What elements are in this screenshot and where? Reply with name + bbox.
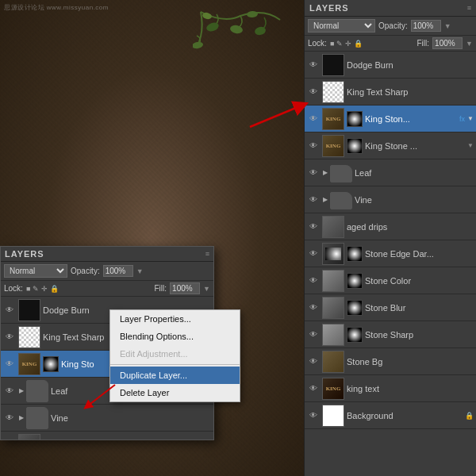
layer-aged-drips[interactable]: 👁 aged drips bbox=[305, 213, 476, 240]
eye-vine[interactable]: 👁 bbox=[307, 194, 320, 206]
thumb-king-stone-active: KING bbox=[322, 108, 344, 130]
eye-stone-bg[interactable]: 👁 bbox=[307, 355, 320, 368]
popup-blend-select[interactable]: Normal bbox=[4, 264, 67, 278]
arrow-vine[interactable]: ▶ bbox=[323, 196, 328, 203]
name-king-stone-2: King Stone ... bbox=[365, 141, 465, 151]
popup-fill-expand: ▼ bbox=[203, 285, 210, 293]
panel-menu-icon[interactable]: ≡ bbox=[467, 4, 471, 12]
layer2-expand-icon[interactable]: ▼ bbox=[467, 142, 474, 149]
thumb-stone-blur-main bbox=[322, 297, 344, 319]
context-duplicate-layer[interactable]: Duplicate Layer... bbox=[110, 367, 240, 384]
popup-eye-kingstone[interactable]: 👁 bbox=[3, 358, 16, 370]
lock-icon-transparency[interactable]: ■ bbox=[330, 40, 334, 48]
opacity-label: Opacity: bbox=[378, 21, 408, 30]
layer-stone-edge[interactable]: 👁 Stone Edge Dar... bbox=[305, 240, 476, 267]
eye-king-text-sharp[interactable]: 👁 bbox=[307, 86, 320, 98]
eye-stone-blur[interactable]: 👁 bbox=[307, 301, 320, 314]
layer-king-stone-2[interactable]: 👁 KING King Stone ... ▼ bbox=[305, 132, 476, 159]
layer-stone-sharp[interactable]: 👁 Stone Sharp bbox=[305, 321, 476, 348]
name-leaf: Leaf bbox=[355, 168, 474, 178]
popup-arrow-vine[interactable]: ▶ bbox=[19, 414, 24, 421]
layer-king-stone-active[interactable]: 👁 KING King Ston... fx ▼ bbox=[305, 106, 476, 132]
popup-title: LAYERS bbox=[5, 249, 44, 259]
layer-stone-bg[interactable]: 👁 Stone Bg bbox=[305, 348, 476, 375]
popup-thumb-dodge bbox=[18, 299, 40, 321]
popup-lock-icon-1[interactable]: ■ bbox=[26, 285, 30, 293]
eye-aged-drips[interactable]: 👁 bbox=[307, 221, 320, 233]
popup-eye-aged[interactable]: 👁 bbox=[3, 439, 16, 440]
popup-lock-icon-2[interactable]: ✎ bbox=[33, 285, 39, 293]
popup-arrow-leaf[interactable]: ▶ bbox=[19, 387, 24, 394]
layer-vine-folder[interactable]: 👁 ▶ Vine bbox=[305, 186, 476, 213]
layer-background[interactable]: 👁 Background 🔒 bbox=[305, 402, 476, 429]
popup-expand-icon: ▼ bbox=[136, 267, 144, 275]
thumb-stone-color-main bbox=[322, 270, 344, 292]
context-layer-properties[interactable]: Layer Properties... bbox=[110, 310, 240, 328]
popup-lock-icon-4[interactable]: 🔒 bbox=[50, 285, 59, 293]
thumb-vine bbox=[330, 192, 352, 209]
eye-leaf[interactable]: 👁 bbox=[307, 167, 320, 179]
layers-list: 👁 Dodge Burn 👁 King Text Sharp 👁 KING Ki… bbox=[305, 52, 476, 476]
eye-dodge-burn[interactable]: 👁 bbox=[307, 59, 320, 71]
popup-panel-header: LAYERS ≡ bbox=[1, 247, 213, 262]
name-aged-drips: aged drips bbox=[347, 222, 474, 232]
popup-mask-kingstone bbox=[43, 356, 59, 372]
eye-background[interactable]: 👁 bbox=[307, 409, 320, 422]
blend-mode-select[interactable]: Normal bbox=[308, 19, 375, 33]
lock-icon-brush[interactable]: ✎ bbox=[336, 40, 343, 48]
name-vine: Vine bbox=[355, 195, 474, 205]
fill-expand-icon: ▼ bbox=[466, 40, 473, 48]
background-lock-icon: 🔒 bbox=[465, 412, 474, 420]
popup-layer-aged[interactable]: 👁 aged drips bbox=[1, 432, 213, 440]
arrow-leaf[interactable]: ▶ bbox=[323, 169, 328, 176]
eye-stone-edge[interactable]: 👁 bbox=[307, 248, 320, 260]
popup-eye-vine[interactable]: 👁 bbox=[3, 412, 16, 424]
opacity-input[interactable] bbox=[411, 20, 441, 32]
eye-king-text[interactable]: 👁 bbox=[307, 382, 320, 395]
mask-stone-sharp bbox=[347, 327, 363, 343]
mask-king-stone-2 bbox=[347, 138, 363, 154]
vine-decoration bbox=[193, 8, 288, 71]
popup-layer-vine[interactable]: 👁 ▶ Vine bbox=[1, 405, 213, 432]
layer-leaf-folder[interactable]: 👁 ▶ Leaf bbox=[305, 159, 476, 186]
eye-king-stone-active[interactable]: 👁 bbox=[307, 113, 320, 125]
fill-label: Fill: bbox=[417, 39, 430, 48]
popup-lock-row: Lock: ■ ✎ ✛ 🔒 Fill: ▼ bbox=[1, 281, 213, 297]
popup-controls: ≡ bbox=[205, 250, 209, 258]
svg-point-0 bbox=[205, 21, 220, 33]
popup-lock-icon-3[interactable]: ✛ bbox=[41, 285, 48, 293]
thumb-background bbox=[322, 405, 344, 427]
panel-header: LAYERS ≡ bbox=[305, 0, 476, 17]
layer-king-text-sharp[interactable]: 👁 King Text Sharp bbox=[305, 79, 476, 106]
fill-input[interactable] bbox=[432, 37, 463, 49]
context-blending-options[interactable]: Blending Options... bbox=[110, 328, 240, 345]
eye-stone-sharp[interactable]: 👁 bbox=[307, 328, 320, 341]
thumb-stone-sharp-main bbox=[322, 324, 344, 346]
lock-icons: ■ ✎ ✛ 🔒 bbox=[330, 40, 363, 48]
layer-dodge-burn[interactable]: 👁 Dodge Burn bbox=[305, 52, 476, 79]
context-delete-layer[interactable]: Delete Layer bbox=[110, 384, 240, 401]
thumb-aged-drips bbox=[322, 216, 344, 238]
popup-fill-input[interactable] bbox=[170, 282, 200, 294]
popup-eye-dodge[interactable]: 👁 bbox=[3, 304, 16, 317]
lock-icon-position[interactable]: ✛ bbox=[345, 40, 351, 48]
popup-eye-textsharp[interactable]: 👁 bbox=[3, 331, 16, 344]
popup-eye-leaf[interactable]: 👁 bbox=[3, 385, 16, 397]
eye-king-stone-2[interactable]: 👁 bbox=[307, 140, 320, 152]
opacity-expand-icon: ▼ bbox=[444, 22, 451, 30]
layer-expand-icon[interactable]: ▼ bbox=[467, 115, 474, 122]
layer-king-text[interactable]: 👁 KING king text bbox=[305, 375, 476, 402]
eye-stone-color[interactable]: 👁 bbox=[307, 274, 320, 287]
name-dodge-burn: Dodge Burn bbox=[347, 60, 474, 70]
layer-stone-color[interactable]: 👁 Stone Color bbox=[305, 267, 476, 294]
mask-king-stone-active bbox=[347, 111, 363, 127]
thumb-stone-bg-main bbox=[322, 351, 344, 373]
context-menu: Layer Properties... Blending Options... … bbox=[109, 309, 240, 402]
layer-stone-blur[interactable]: 👁 Stone Blur bbox=[305, 294, 476, 321]
mask-stone-blur bbox=[347, 300, 363, 316]
thumb-dodge-burn bbox=[322, 54, 344, 76]
lock-icon-all[interactable]: 🔒 bbox=[354, 40, 363, 48]
popup-opacity-input[interactable] bbox=[103, 265, 133, 277]
king-stone-thumb-text: KING bbox=[326, 116, 341, 122]
popup-blend-row: Normal Opacity: ▼ bbox=[1, 262, 213, 281]
